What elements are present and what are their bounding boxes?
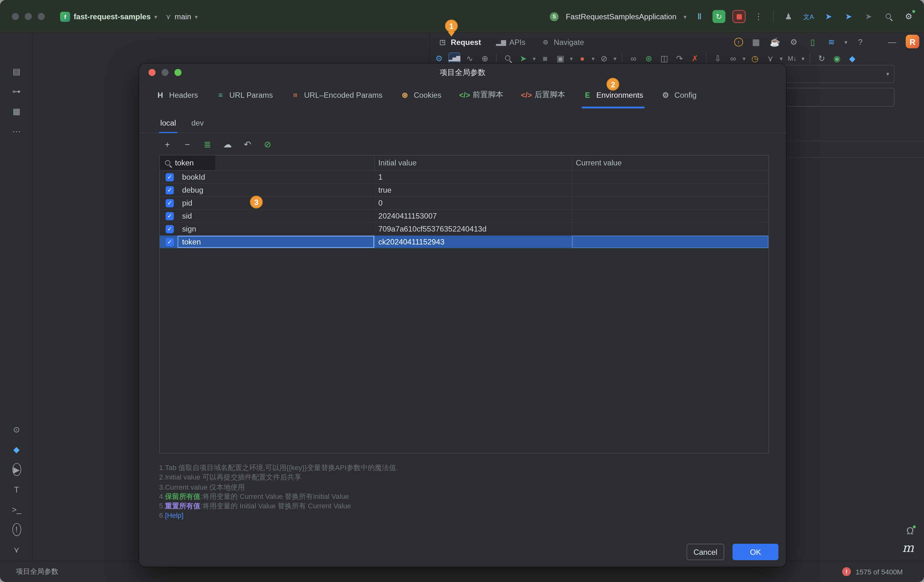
project-folder-icon[interactable]: ▤ [11,65,23,78]
translate-icon[interactable]: 文A [802,11,814,23]
branch-icon[interactable]: ⋎ [764,53,776,64]
pause-button[interactable]: ‖ [694,11,705,23]
memory-indicator[interactable]: 1575 of 5400M [856,567,903,576]
line-chart-icon[interactable]: ∿ [464,53,475,64]
dialog-tab-headers[interactable]: HHeaders [156,81,198,109]
column-header-current[interactable]: Current value [572,156,768,170]
calendar-icon[interactable]: ▦ [750,36,762,48]
table-row-token[interactable]: ✓tokenck20240411152943 [160,236,769,249]
link-settings-icon-chevron[interactable]: ▾ [742,55,746,61]
zoom-button[interactable] [38,13,45,20]
initial-value-cell[interactable]: 709a7a610cf55376352240413d [375,223,572,235]
more-tool-windows-icon[interactable]: ⋯ [11,125,23,138]
send-request-icon[interactable]: ➤ [517,53,529,64]
version-control-icon[interactable]: ⋎ [11,543,23,556]
commit-icon[interactable]: ⊶ [11,85,23,98]
layers-icon[interactable]: ≋ [826,36,837,48]
variable-name-cell[interactable]: sign [178,223,375,235]
current-value-cell[interactable] [572,171,768,183]
name-cell[interactable]: ✓debug [160,184,375,196]
copy-icon[interactable]: ◫ [658,53,670,64]
initial-value-cell[interactable]: ck20240411152943 [375,236,572,248]
profiler-icon[interactable]: ◆ [11,443,23,456]
rerun-button[interactable]: ↻ [712,10,725,23]
column-header-initial[interactable]: Initial value [375,156,572,170]
dialog-tab-url-encoded-params[interactable]: ≡URL–Encoded Params [290,81,382,109]
send-request-icon-chevron[interactable]: ▾ [533,55,535,61]
save-icon[interactable]: ▣ [554,53,566,64]
initial-value-cell[interactable]: 1 [375,171,572,183]
flame-icon-chevron[interactable]: ▾ [592,55,595,61]
dialog-zoom-button[interactable] [174,69,182,76]
table-row-sign[interactable]: ✓sign709a7a610cf55376352240413d [160,223,769,236]
disable-all-icon[interactable]: ⊘ [262,138,274,150]
add-user-icon[interactable]: ♟ [782,11,794,23]
run-anything-icon[interactable]: ⊙ [11,423,23,436]
dialog-tab-pre-script[interactable]: </>前置脚本 [459,81,503,109]
add-variable-icon[interactable]: + [162,138,173,150]
remove-variable-icon[interactable]: − [182,138,193,150]
link-icon[interactable]: ∞ [628,53,640,64]
run-config-selector[interactable]: FastRequestSamplesApplication [566,12,676,21]
tab-request[interactable]: ◳ Request [438,37,481,46]
tab-navigate[interactable]: ⊚ Navigate [541,37,584,46]
current-value-cell[interactable] [572,210,768,222]
settings-icon[interactable]: ⚙ [903,11,914,23]
table-row-sid[interactable]: ✓sid20240411153007 [160,210,769,223]
name-cell[interactable]: ✓bookId [160,171,375,183]
device-icon[interactable]: ▯ [807,36,818,48]
variable-name-cell[interactable]: token [178,236,375,248]
link-settings-icon[interactable]: ∞ [727,53,739,64]
notifications-icon[interactable]: Ω [906,525,914,537]
close-button[interactable] [12,13,19,20]
problems-icon[interactable]: ! [12,523,21,536]
settings-gear-icon[interactable]: ⚙ [788,36,800,48]
stop-button[interactable] [733,10,746,23]
plugin-status-icon[interactable]: ◉ [831,53,843,64]
markdown-export-icon[interactable]: M↓ [786,53,798,64]
row-checkbox[interactable]: ✓ [165,224,174,233]
project-global-params-icon[interactable]: ▂▅▇ [449,53,460,64]
send-plugin-icon-2[interactable]: ➤ [843,11,855,23]
branch-widget[interactable]: ⋎ main ▾ [165,12,198,21]
refresh-icon[interactable]: ↻ [816,53,827,64]
coffee-icon[interactable]: ☕ [769,36,780,48]
dialog-tab-url-params[interactable]: ≡URL Params [216,81,273,109]
send-plugin-icon[interactable]: ➤ [823,11,835,23]
name-cell[interactable]: ✓sid [160,210,375,222]
cancel-button[interactable]: Cancel [687,544,724,560]
api-settings-icon[interactable]: ⚙ [433,53,445,64]
ban-icon-chevron[interactable]: ▾ [614,55,616,61]
current-value-cell[interactable] [572,236,768,248]
dialog-tab-post-script[interactable]: </>后置脚本 [521,81,565,109]
extensions-icon[interactable]: ◆ [846,53,858,64]
help-link[interactable]: [Help] [165,511,183,520]
search-api-icon[interactable] [502,53,514,64]
more-actions-icon[interactable]: ⋮ [752,11,764,23]
globe-icon[interactable]: ⊛ [643,53,655,64]
env-tab-local[interactable]: local [160,113,176,132]
row-checkbox[interactable]: ✓ [165,186,174,194]
help-icon[interactable]: ? [855,36,866,48]
dialog-close-button[interactable] [148,69,155,76]
redo-arrow-icon[interactable]: ↷ [674,53,685,64]
structure-icon[interactable]: ▦ [11,105,23,118]
minimize-button[interactable] [25,13,31,20]
update-icon[interactable]: ↑ [734,37,743,46]
row-checkbox[interactable]: ✓ [165,173,174,181]
search-everywhere-icon[interactable] [883,11,894,23]
dialog-tab-environments[interactable]: EEnvironments2 [583,81,644,109]
project-selector[interactable]: fast-request-samples [74,12,151,21]
ban-icon[interactable]: ⊘ [598,53,610,64]
markdown-export-icon-chevron[interactable]: ▾ [802,55,804,61]
variable-name-cell[interactable]: sid [178,210,375,222]
project-widget[interactable]: f fast-request-samples ▾ [60,12,157,21]
name-cell[interactable]: ✓pid [160,197,375,209]
stop-icon[interactable]: ■ [539,53,551,64]
delete-icon[interactable]: ✗ [689,53,701,64]
undo-icon[interactable]: ↶ [242,138,254,150]
layers-icon-chevron[interactable]: ▾ [845,39,847,45]
row-checkbox[interactable]: ✓ [165,199,174,207]
initial-value-cell[interactable]: 20240411153007 [375,210,572,222]
env-tab-dev[interactable]: dev [191,113,204,132]
